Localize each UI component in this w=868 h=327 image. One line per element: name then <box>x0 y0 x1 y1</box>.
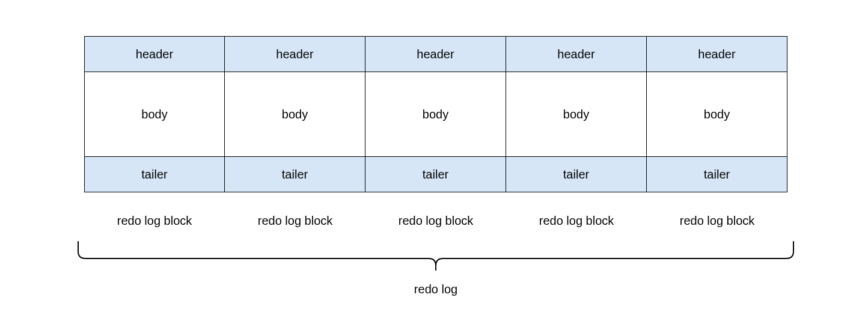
block-caption: redo log block <box>84 202 225 228</box>
redo-log-block: header body tailer <box>647 36 787 192</box>
block-caption: redo log block <box>225 202 365 228</box>
captions-row: redo log block redo log block redo log b… <box>84 202 787 228</box>
block-tailer: tailer <box>506 156 647 192</box>
block-caption: redo log block <box>506 202 647 228</box>
block-tailer: tailer <box>84 156 225 192</box>
block-body: body <box>225 72 365 156</box>
block-header: header <box>225 36 365 72</box>
block-body: body <box>506 72 647 156</box>
overall-label: redo log <box>84 283 787 296</box>
diagram-canvas: header body tailer header body tailer he… <box>0 0 868 327</box>
redo-log-block: header body tailer <box>225 36 365 192</box>
block-caption: redo log block <box>647 202 787 228</box>
block-header: header <box>365 36 506 72</box>
blocks-row: header body tailer header body tailer he… <box>84 36 787 192</box>
redo-log-block: header body tailer <box>365 36 506 192</box>
block-body: body <box>647 72 787 156</box>
block-caption: redo log block <box>365 202 506 228</box>
block-tailer: tailer <box>365 156 506 192</box>
block-header: header <box>506 36 647 72</box>
redo-log-block: header body tailer <box>506 36 647 192</box>
block-header: header <box>647 36 787 72</box>
redo-log-block: header body tailer <box>84 36 225 192</box>
block-header: header <box>84 36 225 72</box>
curly-brace-icon <box>77 240 795 277</box>
block-tailer: tailer <box>225 156 365 192</box>
block-body: body <box>84 72 225 156</box>
block-tailer: tailer <box>647 156 787 192</box>
block-body: body <box>365 72 506 156</box>
